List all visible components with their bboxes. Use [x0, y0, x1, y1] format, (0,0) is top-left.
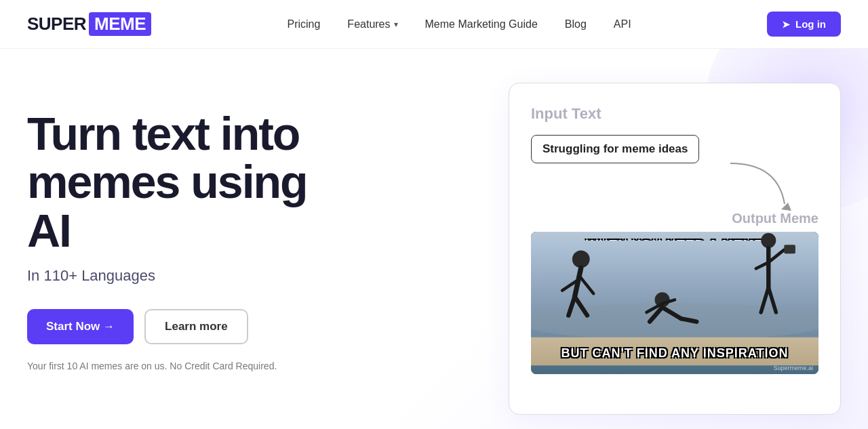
svg-marker-0 — [781, 203, 791, 211]
logo[interactable]: SUPER MEME — [27, 12, 151, 36]
nav-links: Pricing Features ▾ Meme Marketing Guide … — [287, 18, 631, 30]
meme-bottom-text: BUT CAN'T FIND ANY INSPIRATION — [531, 346, 818, 361]
nav-features[interactable]: Features ▾ — [347, 18, 397, 30]
nav-blog[interactable]: Blog — [565, 18, 587, 30]
curved-arrow-icon — [724, 157, 805, 218]
login-label: Log in — [795, 18, 826, 30]
send-icon: ➤ — [782, 19, 790, 30]
nav-api[interactable]: API — [614, 18, 631, 30]
nav-meme-guide[interactable]: Meme Marketing Guide — [425, 18, 538, 30]
nav-features-label: Features — [347, 18, 390, 30]
logo-meme-text: MEME — [89, 12, 151, 36]
svg-line-12 — [681, 319, 696, 322]
start-now-button[interactable]: Start Now → — [27, 309, 134, 344]
arrow-area — [531, 157, 818, 218]
hero-section: Turn text into memes using AI In 110+ La… — [0, 49, 868, 429]
hero-left: Turn text into memes using AI In 110+ La… — [27, 89, 339, 371]
svg-point-4 — [572, 251, 590, 268]
svg-point-16 — [761, 233, 776, 248]
hero-title-line1: Turn text into — [27, 108, 299, 159]
nav-pricing[interactable]: Pricing — [287, 18, 320, 30]
meme-output-image: WHEN YOU NEED A MEME — [531, 232, 818, 374]
hero-subtitle: In 110+ Languages — [27, 267, 339, 285]
login-button[interactable]: ➤ Log in — [767, 12, 841, 37]
hero-title: Turn text into memes using AI — [27, 110, 339, 255]
navbar: SUPER MEME Pricing Features ▾ Meme Marke… — [0, 0, 868, 49]
input-label: Input Text — [531, 105, 818, 123]
demo-input-value: Struggling for meme ideas — [542, 142, 688, 156]
meme-watermark: Supermeme.ai — [773, 365, 813, 371]
hero-note: Your first 10 AI memes are on us. No Cre… — [27, 361, 339, 371]
demo-card: Input Text Struggling for meme ideas Out… — [509, 83, 841, 415]
meme-scene: WHEN YOU NEED A MEME — [531, 232, 818, 374]
learn-more-button[interactable]: Learn more — [144, 309, 248, 344]
logo-super-text: SUPER — [27, 14, 86, 35]
chevron-down-icon: ▾ — [394, 20, 398, 29]
hero-buttons: Start Now → Learn more — [27, 309, 339, 344]
hero-title-line2: memes using AI — [27, 156, 307, 256]
svg-rect-21 — [784, 245, 795, 253]
